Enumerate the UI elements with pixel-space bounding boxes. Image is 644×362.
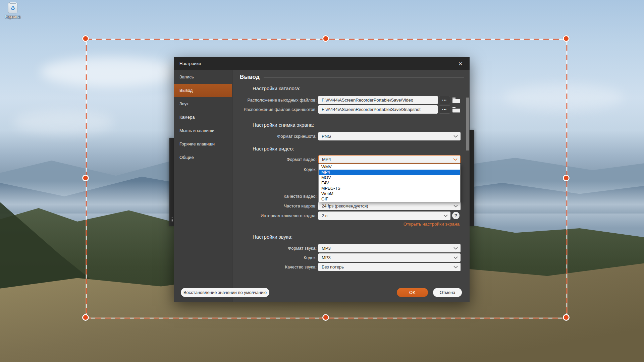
output-path-field[interactable]: F:\#\444\AScreenRecorderPortable\Save\Vi…: [318, 96, 438, 104]
sidebar-item-sound[interactable]: Звук: [174, 97, 232, 111]
audio-format-select[interactable]: MP3: [318, 244, 461, 252]
video-format-dropdown-list: WMV MP4 MOV F4V MPEG-TS WebM GIF: [318, 164, 461, 202]
audio-codec-label: Кодек:: [232, 253, 317, 262]
scrollbar-thumb[interactable]: [466, 98, 469, 150]
open-screen-settings-link[interactable]: Открыть настройки экрана: [404, 222, 460, 227]
recycle-glyph: ♻: [10, 5, 15, 11]
recorder-window-edge-right: [469, 130, 474, 226]
keyframe-select[interactable]: 2 с: [318, 212, 450, 220]
option-webm[interactable]: WebM: [319, 191, 460, 196]
screenshot-format-value: PNG: [322, 134, 331, 139]
option-gif[interactable]: GIF: [319, 196, 460, 202]
option-wmv[interactable]: WMV: [319, 164, 460, 170]
audio-codec-select[interactable]: MP3: [318, 253, 461, 262]
snapshot-open-folder-button[interactable]: [451, 105, 461, 114]
chevron-down-icon: [453, 205, 458, 207]
output-path-label: Расположение выходных файлов:: [232, 96, 317, 104]
region-handle-bottom-center[interactable]: [322, 314, 329, 321]
region-handle-mid-left[interactable]: [82, 175, 89, 181]
region-handle-top-right[interactable]: [563, 35, 570, 42]
video-format-value: MP4: [322, 157, 331, 162]
chevron-down-icon: [453, 135, 458, 138]
dialog-titlebar[interactable]: Настройки ×: [174, 57, 470, 70]
option-f4v[interactable]: F4V: [319, 180, 460, 186]
snapshot-path-browse-button[interactable]: •••: [439, 105, 450, 114]
chevron-down-icon: [453, 247, 458, 250]
fps-label: Частота кадров:: [232, 202, 317, 210]
region-handle-bottom-left[interactable]: [82, 314, 89, 321]
output-path-browse-button[interactable]: •••: [439, 96, 450, 104]
folder-icon: [452, 107, 460, 113]
section-catalog: Настройки каталога:: [253, 85, 301, 91]
sidebar-item-general[interactable]: Общие: [174, 151, 232, 164]
sidebar-item-mouse-keys[interactable]: Мышь и клавиши: [174, 124, 232, 137]
region-handle-top-left[interactable]: [82, 35, 89, 42]
folder-icon: [452, 97, 460, 103]
snapshot-path-field[interactable]: F:\#\444\AScreenRecorderPortable\Save\Sn…: [318, 105, 438, 114]
restore-defaults-button[interactable]: Восстановление значений по умолчанию: [181, 288, 269, 297]
sidebar-item-record[interactable]: Запись: [174, 70, 232, 84]
output-settings-panel: Вывод Настройки каталога: Расположение в…: [232, 70, 470, 302]
output-open-folder-button[interactable]: [451, 96, 461, 104]
help-icon[interactable]: ?: [452, 212, 460, 219]
ok-button[interactable]: OK: [397, 288, 428, 297]
video-format-select[interactable]: MP4: [318, 155, 461, 164]
settings-sidebar: Запись Вывод Звук Камера Мышь и клавиши …: [174, 70, 232, 302]
keyframe-label: Интервал ключевого кадра:: [232, 212, 317, 220]
chevron-down-icon: [453, 158, 458, 161]
close-icon[interactable]: ×: [455, 57, 466, 70]
output-path-value: F:\#\444\AScreenRecorderPortable\Save\Vi…: [322, 98, 413, 103]
screenshot-format-label: Формат скриншота:: [232, 132, 317, 140]
option-mov[interactable]: MOV: [319, 175, 460, 180]
page-title-row: Вывод: [240, 74, 464, 80]
heading-rule: [264, 77, 464, 78]
window-grip-dots: [170, 217, 173, 222]
audio-quality-value: Без потерь: [322, 264, 344, 269]
dialog-title: Настройки: [179, 61, 201, 66]
snapshot-path-value: F:\#\444\AScreenRecorderPortable\Save\Sn…: [322, 107, 421, 112]
option-mpeg-ts[interactable]: MPEG-TS: [319, 186, 460, 191]
video-codec-label: Кодек:: [232, 165, 317, 174]
sidebar-item-output[interactable]: Вывод: [174, 84, 232, 97]
video-quality-label: Качество видео:: [232, 192, 317, 200]
snapshot-path-label: Расположение файлов скриншотов:: [232, 105, 317, 114]
chevron-down-icon: [453, 266, 458, 268]
audio-quality-select[interactable]: Без потерь: [318, 263, 461, 271]
page-title: Вывод: [240, 74, 260, 80]
settings-dialog: Настройки × Запись Вывод Звук Камера Мыш…: [174, 57, 470, 302]
screenshot-format-select[interactable]: PNG: [318, 132, 461, 140]
region-handle-mid-right[interactable]: [563, 175, 570, 181]
recorder-window-edge-left: [169, 138, 174, 226]
chevron-down-icon: [443, 215, 448, 217]
fps-value: 24 fps (рекомендуется): [322, 203, 368, 208]
recycle-bin-label: Корзина: [3, 14, 23, 19]
section-audio: Настройки звука:: [253, 234, 292, 240]
recycle-bin-icon: ♻: [8, 3, 17, 13]
fps-select[interactable]: 24 fps (рекомендуется): [318, 202, 461, 210]
region-handle-top-center[interactable]: [322, 35, 329, 42]
section-video: Настройки видео:: [253, 146, 294, 152]
option-mp4[interactable]: MP4: [319, 170, 460, 175]
sidebar-item-camera[interactable]: Камера: [174, 111, 232, 124]
video-format-label: Формат видео:: [232, 155, 317, 164]
recycle-bin-desktop-icon[interactable]: ♻ Корзина: [3, 3, 23, 19]
audio-format-value: MP3: [322, 246, 331, 251]
section-screenshot: Настройки снимка экрана:: [253, 122, 314, 128]
audio-format-label: Формат звука:: [232, 244, 317, 252]
chevron-down-icon: [453, 256, 458, 259]
audio-codec-value: MP3: [322, 255, 331, 260]
keyframe-value: 2 с: [322, 213, 327, 218]
audio-quality-label: Качество звука:: [232, 263, 317, 271]
cancel-button[interactable]: Отмена: [433, 288, 462, 297]
sidebar-item-hotkeys[interactable]: Горячие клавиши: [174, 137, 232, 151]
region-handle-bottom-right[interactable]: [563, 314, 570, 321]
